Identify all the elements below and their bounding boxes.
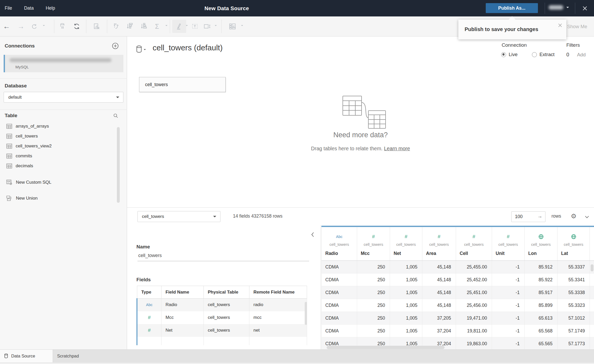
connection-extract-radio[interactable]: Extract	[532, 52, 555, 57]
show-hide-cards-button[interactable]	[227, 21, 238, 32]
sort-ascending-icon	[126, 23, 133, 30]
connection-item[interactable]: MySQL	[4, 55, 123, 72]
sort-descending-button[interactable]	[138, 21, 149, 32]
tab-data-source[interactable]: Data Source	[0, 350, 53, 362]
grid-vertical-scrollbar[interactable]	[591, 264, 593, 271]
text-label-button[interactable]	[189, 21, 201, 32]
refresh-datasource-button[interactable]	[71, 21, 82, 32]
menu-item[interactable]: Data	[24, 5, 34, 11]
redo-button[interactable]: →	[15, 21, 27, 32]
grid-column-header[interactable]: Abccell_towersRadio	[322, 226, 357, 261]
tooltip-close-button[interactable]	[557, 22, 563, 28]
search-icon	[113, 113, 119, 119]
close-icon	[557, 23, 563, 28]
field-cell	[249, 337, 307, 345]
field-row[interactable]: #Netcell_towersnet	[137, 324, 307, 337]
replay-dropdown-caret[interactable]	[43, 25, 45, 26]
grid-column-header[interactable]: #cell_towersCell	[456, 226, 492, 261]
chevron-down-icon[interactable]	[144, 49, 146, 50]
pause-datasource-icon	[59, 23, 66, 30]
field-row[interactable]: #Mcccell_towersmcc	[137, 311, 307, 324]
new-union-button[interactable]: New Union	[0, 193, 127, 204]
table-list-scrollbar[interactable]	[117, 127, 120, 203]
grid-settings-button[interactable]: ⚙	[569, 211, 578, 221]
grid-column-name: Unit	[496, 251, 524, 256]
totals-button[interactable]: Σ	[151, 21, 163, 32]
toolbar-separator	[86, 20, 86, 33]
user-menu[interactable]	[549, 5, 569, 10]
undo-button[interactable]: ←	[1, 21, 12, 32]
grid-column-header[interactable]: #cell_towersArea	[422, 226, 456, 261]
connection-section-label: Connection	[502, 42, 527, 48]
new-custom-sql-label: New Custom SQL	[16, 180, 51, 185]
preview-table-select[interactable]: cell_towers	[137, 211, 220, 222]
table-item-label: cell_towers_view2	[16, 144, 52, 149]
cards-dropdown-caret[interactable]	[241, 25, 243, 26]
pause-updates-button[interactable]	[57, 21, 68, 32]
menu-item[interactable]: File	[5, 5, 12, 11]
grid-column-header[interactable]: cell_towersLat	[557, 226, 590, 261]
grid-column-header[interactable]: #cell_towersNet	[390, 226, 422, 261]
datasource-name-input[interactable]	[137, 253, 309, 261]
row-count-value: 100	[515, 214, 523, 219]
field-cell: net	[249, 324, 307, 337]
filters-add-link[interactable]: Add	[577, 52, 586, 58]
grid-cell: 19,863.00	[456, 337, 492, 350]
grid-cell: 65.568	[525, 325, 557, 337]
collapse-metadata-button[interactable]	[310, 231, 317, 238]
table-node-cell-towers[interactable]: cell_towers	[139, 77, 226, 92]
connection-live-radio[interactable]: Live	[501, 52, 518, 57]
table-list-item[interactable]: cell_towers_view2	[0, 141, 127, 151]
table-grid-icon	[6, 144, 12, 149]
replay-button[interactable]	[28, 21, 40, 32]
row-count-input[interactable]: 100 →	[511, 211, 545, 222]
learn-more-link[interactable]: Learn more	[384, 146, 410, 151]
sort-ascending-button[interactable]	[124, 21, 135, 32]
table-search-button[interactable]	[113, 113, 119, 119]
table-list-item[interactable]: cell_towers	[0, 131, 127, 141]
highlight-dropdown-caret[interactable]	[186, 25, 188, 26]
grid-column-name: Lon	[528, 251, 557, 256]
grid-cell: CDMA	[322, 286, 357, 299]
menu-item[interactable]: Help	[46, 5, 55, 11]
status-bar: Data Source Scratchpad	[0, 349, 594, 362]
toolbar-separator	[107, 20, 107, 33]
grid-cell: 250	[357, 325, 390, 337]
cell-size-dropdown-caret[interactable]	[215, 25, 217, 26]
grid-cell: 57.1773	[557, 337, 590, 350]
datasource-type-button[interactable]	[136, 45, 142, 53]
collapse-preview-button[interactable]	[584, 213, 590, 220]
chevron-down-icon	[584, 213, 590, 220]
publish-as-button[interactable]: Publish As...	[486, 3, 538, 13]
fields-table-scrollbar[interactable]	[305, 302, 307, 325]
live-radio-label: Live	[509, 52, 518, 57]
totals-dropdown-caret[interactable]	[165, 25, 167, 26]
number-type-icon: #	[507, 234, 510, 240]
data-grid: Abccell_towersRadio#cell_towersMcc#cell_…	[321, 226, 594, 349]
table-item-label: commits	[16, 153, 32, 159]
fields-column-header: Physical Table	[203, 286, 249, 299]
grid-horizontal-scrollbar[interactable]	[327, 346, 445, 349]
table-list-item[interactable]: arrays_of_arrays	[0, 121, 127, 131]
grid-column-header[interactable]: #cell_towersUnit	[492, 226, 525, 261]
swap-axes-button[interactable]	[111, 21, 122, 32]
cell-size-button[interactable]	[201, 21, 213, 32]
show-me-button[interactable]: Show Me	[567, 24, 587, 29]
field-row[interactable]: AbcRadiocell_towersradio	[137, 299, 307, 311]
database-select[interactable]: default	[4, 92, 123, 103]
tab-scratchpad[interactable]: Scratchpad	[53, 350, 105, 362]
clear-sheet-button[interactable]	[91, 21, 102, 32]
add-connection-button[interactable]	[112, 42, 119, 50]
number-type-icon: #	[438, 234, 441, 240]
table-list-item[interactable]: commits	[0, 151, 127, 161]
grid-column-header[interactable]: #cell_towersMcc	[357, 226, 390, 261]
highlight-button[interactable]	[173, 21, 184, 32]
grid-cell: 45,148	[422, 286, 456, 299]
grid-column-header[interactable]: cell_towersLon	[525, 226, 557, 261]
toolbar-separator	[221, 20, 222, 33]
new-custom-sql-button[interactable]: New Custom SQL	[0, 177, 127, 188]
window-close-button[interactable]	[581, 5, 589, 12]
apply-row-count-button[interactable]: →	[537, 213, 542, 219]
table-list-item[interactable]: decimals	[0, 161, 127, 171]
grid-column-name: Net	[394, 251, 422, 256]
